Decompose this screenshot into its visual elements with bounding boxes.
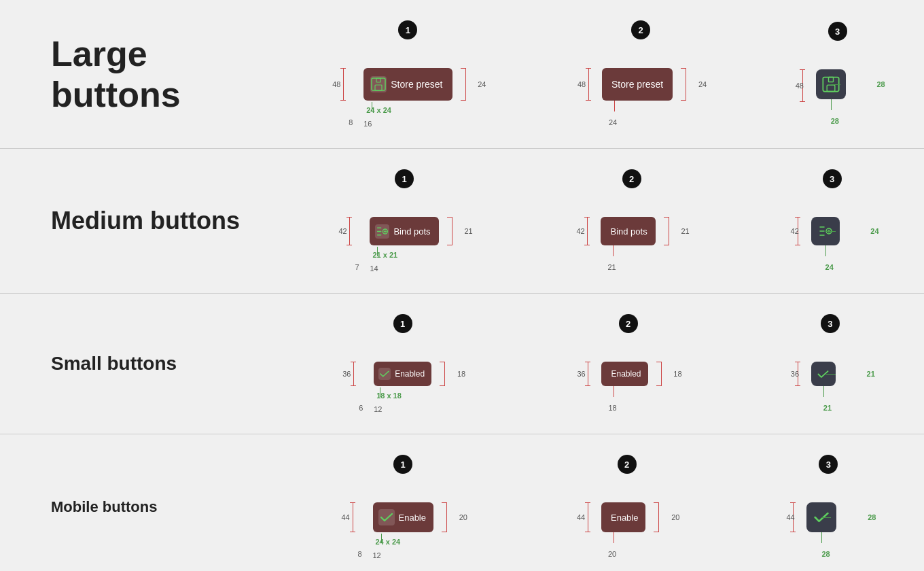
row-label-small: Small buttons — [0, 353, 285, 375]
height-line — [587, 217, 588, 245]
btn-full-small[interactable]: Enabled — [374, 362, 431, 386]
btn-label: Store preset — [611, 79, 663, 90]
left-meas-label: 42 — [791, 227, 799, 235]
svg-rect-5 — [828, 77, 833, 82]
height-line-left — [349, 217, 350, 245]
pad-top-label: 14 — [370, 264, 378, 273]
left-meas-label: 44 — [786, 513, 794, 521]
badge-1: 1 — [395, 169, 414, 188]
right-green-line — [826, 374, 836, 375]
btn-label: Bind pots — [610, 226, 647, 237]
badge-1: 1 — [393, 455, 412, 474]
right-meas-label: 24 — [698, 80, 707, 88]
btn-label: Bind pots — [393, 226, 430, 237]
height-line — [588, 502, 588, 532]
bottom-v-line — [614, 386, 614, 397]
right-green-meas: 28 — [868, 513, 876, 521]
btn-text-small[interactable]: Enabled — [601, 362, 647, 386]
bottom-meas-label: 21 — [607, 263, 616, 271]
height-line — [588, 68, 589, 101]
row-label-large: Large buttons — [0, 33, 285, 115]
right-meas-label: 18 — [673, 370, 681, 378]
badge-2: 2 — [631, 20, 650, 39]
icon-size-label: 24 x 24 — [366, 106, 391, 114]
left-meas-label: 36 — [577, 370, 585, 378]
example-icon-large: 3 48 28 28 — [796, 22, 880, 126]
badge-3: 3 — [821, 314, 840, 333]
badge-2: 2 — [619, 314, 638, 333]
svg-rect-2 — [376, 78, 380, 82]
pad-label2: 7 — [355, 263, 359, 271]
btn-full-large[interactable]: Store preset — [363, 68, 452, 101]
svg-rect-4 — [827, 85, 835, 91]
icon-v-line — [377, 247, 378, 256]
badge-3: 3 — [819, 455, 838, 474]
bottom-v-line — [614, 101, 615, 111]
bottom-meas-label: 24 — [609, 118, 617, 126]
btn-icon — [378, 509, 395, 525]
height-meas-label: 48 — [332, 80, 340, 88]
right-meas-label: 18 — [457, 370, 465, 378]
row-mobile: Mobile buttons 1 44 Enable 20 — [0, 434, 924, 571]
height-line-left — [343, 68, 344, 101]
right-meas-label: 20 — [671, 513, 679, 521]
badge-3: 3 — [828, 22, 847, 41]
row-label-mobile: Mobile buttons — [0, 498, 285, 516]
height-meas-label: 42 — [338, 227, 346, 235]
right-green-line — [826, 231, 836, 232]
right-meas-label: 20 — [459, 513, 467, 521]
example-full-medium: 1 42 Bind pots 21 14 — [336, 169, 472, 273]
pad-top-label: 16 — [363, 120, 372, 128]
example-text-medium: 2 42 Bind pots 21 21 — [573, 169, 689, 273]
example-full-mobile: 1 44 Enable 20 12 — [339, 455, 467, 559]
left-meas-label: 44 — [577, 513, 585, 521]
right-meas-label: 24 — [478, 80, 486, 88]
btn-text-large[interactable]: Store preset — [602, 68, 673, 101]
example-icon-small: 3 36 21 21 — [791, 314, 870, 413]
example-text-small: 2 36 Enabled 18 18 — [574, 314, 681, 413]
left-meas-label: 36 — [791, 370, 799, 378]
bottom-green-line — [823, 386, 824, 397]
examples-area-large: 1 48 Store preset 24 16 — [285, 20, 924, 128]
example-text-large: 2 48 Store preset 24 24 — [575, 20, 707, 128]
btn-label: Enabled — [611, 369, 641, 379]
bottom-meas-label: 18 — [608, 404, 616, 412]
icon-v-line — [372, 102, 372, 111]
btn-full-medium[interactable]: Bind pots — [370, 217, 438, 245]
btn-full-mobile[interactable]: Enable — [373, 502, 433, 532]
badge-3: 3 — [823, 169, 842, 188]
height-line — [588, 362, 588, 386]
btn-text-medium[interactable]: Bind pots — [601, 217, 655, 245]
pad-top-label: 12 — [374, 405, 382, 413]
btn-icon — [370, 76, 387, 92]
height-line-left — [353, 362, 354, 386]
height-meas-label: 44 — [342, 513, 350, 521]
btn-text-mobile[interactable]: Enable — [601, 502, 645, 532]
height-meas-label: 36 — [342, 370, 351, 378]
bottom-green-meas: 28 — [831, 117, 839, 125]
right-meas-label: 21 — [681, 227, 689, 235]
examples-area-medium: 1 42 Bind pots 21 14 — [285, 169, 924, 273]
pad-label2: 8 — [358, 550, 362, 558]
examples-area-small: 1 36 Enabled 18 12 — [285, 314, 924, 413]
left-meas-label: 48 — [796, 82, 804, 90]
icon-size-label: 21 x 21 — [372, 251, 397, 259]
badge-2: 2 — [618, 455, 637, 474]
icon-size-label: 24 x 24 — [376, 538, 401, 546]
example-icon-medium: 3 42 24 24 — [791, 169, 874, 273]
badge-2: 2 — [622, 169, 641, 188]
examples-area-mobile: 1 44 Enable 20 12 — [285, 455, 924, 559]
pad-label2: 8 — [349, 118, 353, 126]
bottom-v-line — [613, 245, 614, 256]
row-medium: Medium buttons 1 42 Bind pots 2 — [0, 149, 924, 294]
icon-v-line — [381, 534, 382, 543]
bottom-v-line — [614, 532, 614, 543]
badge-1: 1 — [398, 20, 417, 39]
row-small: Small buttons 1 36 Enabled 18 — [0, 294, 924, 434]
bottom-green-line — [825, 245, 826, 256]
example-full-large: 1 48 Store preset 24 16 — [330, 20, 486, 128]
right-green-line — [821, 517, 831, 518]
example-text-mobile: 2 44 Enable 20 20 — [574, 455, 679, 559]
right-green-meas: 28 — [876, 80, 885, 88]
example-icon-mobile: 3 44 28 28 — [786, 455, 870, 559]
